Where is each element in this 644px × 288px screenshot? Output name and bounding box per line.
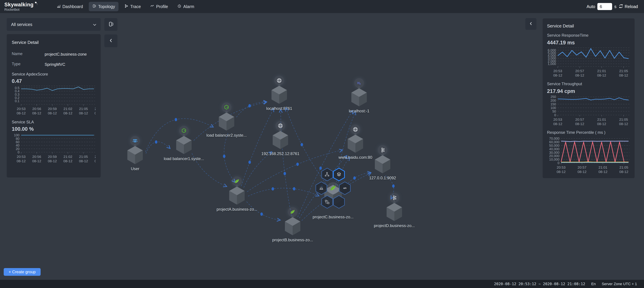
gateway-icon — [179, 126, 189, 136]
svg-text:08-12: 08-12 — [95, 111, 96, 115]
status-bar: 2020-08-12 20:53:12 ~ 2020-08-12 21:08:1… — [0, 280, 644, 288]
topology-node-h2[interactable]: H2 localhost:-1 — [334, 76, 384, 125]
hex-menu-item-endpoints[interactable] — [322, 168, 333, 181]
hex-menu-item-org[interactable] — [322, 196, 333, 208]
svg-text:30,000: 30,000 — [549, 151, 560, 154]
svg-text:20:53: 20:53 — [554, 69, 562, 73]
svg-text:08-12: 08-12 — [95, 159, 96, 163]
topology-page-button[interactable] — [104, 18, 118, 31]
panel-title: Service Detail — [12, 40, 96, 45]
svg-text:21:02: 21:02 — [64, 155, 72, 158]
sla-chart: 10080604020020:5308-1220:5608-1220:5908-… — [12, 133, 96, 165]
hex-menu-item-api[interactable]: API — [339, 182, 350, 195]
language-toggle[interactable]: En — [591, 282, 596, 286]
cube-shape — [272, 131, 289, 149]
nav-item-profile[interactable]: Profile — [147, 2, 172, 11]
svg-text:08-12: 08-12 — [556, 170, 566, 174]
topology-node-user[interactable]: User — [110, 134, 160, 182]
responsetime-title: Service ResponseTime — [547, 33, 630, 38]
svg-text:08-12: 08-12 — [578, 170, 586, 174]
svg-text:20:57: 20:57 — [575, 69, 584, 73]
card-outline-icon — [108, 21, 114, 27]
nav-item-label: Profile — [156, 4, 168, 9]
svg-text:08-12: 08-12 — [575, 122, 584, 126]
profile-icon — [150, 4, 154, 9]
topology-node-label: projectA.business-zo... — [212, 207, 262, 212]
svg-text:20:53: 20:53 — [554, 118, 562, 121]
chevron-down-icon — [93, 22, 96, 27]
nav-item-topology[interactable]: Topology — [89, 2, 118, 11]
svg-text:250: 250 — [550, 95, 556, 99]
svg-text:100: 100 — [14, 133, 20, 137]
comet-icon — [34, 2, 38, 8]
svg-text:21:02: 21:02 — [64, 107, 72, 111]
hex-menu-item-empty[interactable] — [334, 196, 344, 208]
svg-text:0: 0 — [554, 113, 556, 117]
collapse-left-panel-button[interactable] — [104, 34, 118, 47]
reload-icon — [619, 4, 623, 9]
svg-text:08-12: 08-12 — [575, 73, 584, 77]
topology-node-kafka[interactable]: 127.0.0.1:9092 — [358, 143, 408, 192]
topology-node-eureka[interactable]: localhost:8761 — [254, 74, 304, 122]
responsetime-chart: 6,0005,0004,0003,0002,0001,00020:5308-12… — [547, 46, 630, 80]
topology-node-ip8761[interactable]: 192.168.252.12:8761 — [255, 119, 306, 167]
nav-item-alarm[interactable]: Alarm — [174, 2, 198, 11]
svg-text:60,000: 60,000 — [549, 140, 560, 144]
spring-icon — [232, 176, 242, 186]
app-logo: Skywalking Rocketbot — [4, 2, 53, 11]
throughput-chart: 25020015010050020:5308-1220:5708-1221:01… — [547, 95, 630, 129]
globe-icon — [276, 121, 285, 131]
auto-interval-input[interactable] — [597, 3, 612, 10]
reload-button[interactable]: Reload — [619, 4, 638, 9]
nav-item-dashboard[interactable]: Dashboard — [53, 2, 86, 11]
topology-node-lb2[interactable]: load balancer2.syste... — [201, 101, 252, 149]
topology-node-projectD[interactable]: projectD.business-zo... — [369, 191, 420, 239]
nav-item-trace[interactable]: Trace — [121, 2, 144, 11]
responsetime-value: 4447.19 ms — [547, 40, 630, 46]
svg-text:20:53: 20:53 — [17, 155, 26, 158]
topology-node-label: 127.0.0.1:9092 — [358, 176, 408, 180]
svg-text:H2: H2 — [358, 81, 361, 85]
server-zone[interactable]: Server Zone UTC + 1 — [602, 282, 637, 286]
svg-text:08-12: 08-12 — [16, 111, 26, 115]
services-select[interactable]: All services — [7, 18, 101, 31]
sla-value: 100.00 % — [12, 126, 96, 132]
cube-shape — [176, 136, 192, 154]
svg-text:08-12: 08-12 — [64, 111, 72, 115]
svg-text:0.1: 0.1 — [15, 99, 20, 103]
svg-text:21:01: 21:01 — [597, 69, 606, 73]
svg-text:08-12: 08-12 — [32, 111, 41, 115]
svg-text:08-12: 08-12 — [597, 122, 606, 126]
svg-text:08-12: 08-12 — [48, 159, 57, 163]
topology-node-projectA[interactable]: projectA.business-zo... — [212, 174, 262, 223]
trace-icon — [124, 4, 128, 9]
svg-text:08-12: 08-12 — [619, 122, 628, 126]
top-nav: Skywalking Rocketbot Dashboard Topology … — [0, 0, 644, 13]
collapse-right-panel-button[interactable] — [525, 18, 536, 30]
svg-text:60: 60 — [16, 140, 20, 144]
svg-text:08-12: 08-12 — [553, 122, 562, 126]
topology-node-label: load balancer1.syste... — [159, 156, 209, 161]
nav-item-label: Dashboard — [62, 4, 83, 9]
cube-shape — [228, 186, 245, 205]
hex-menu-item-alarm-siren[interactable] — [316, 182, 327, 195]
panel-title: Service Detail — [547, 23, 630, 29]
nav-item-label: Trace — [130, 4, 141, 9]
create-group-button[interactable]: + Create group — [4, 268, 40, 276]
svg-text:20:57: 20:57 — [578, 165, 586, 169]
topology-node-label: localhost:8761 — [254, 106, 304, 111]
topology-node-projectC[interactable]: projectC.business-zo...API — [308, 174, 358, 223]
hex-menu-item-instances[interactable] — [334, 168, 344, 181]
name-label: Name — [12, 51, 45, 57]
nav-item-label: Alarm — [183, 4, 194, 9]
svg-text:20:53: 20:53 — [17, 107, 26, 111]
svg-text:21:08: 21:08 — [95, 107, 96, 111]
logo-title: Skywalking — [4, 2, 34, 8]
cube-shape — [386, 203, 403, 221]
svg-text:20:59: 20:59 — [48, 155, 57, 158]
type-value: SpringMVC — [45, 62, 95, 67]
svg-text:21:01: 21:01 — [598, 165, 608, 169]
svg-text:70,000: 70,000 — [549, 137, 560, 140]
svg-text:21:08: 21:08 — [95, 155, 96, 158]
cube-shape — [284, 217, 301, 236]
